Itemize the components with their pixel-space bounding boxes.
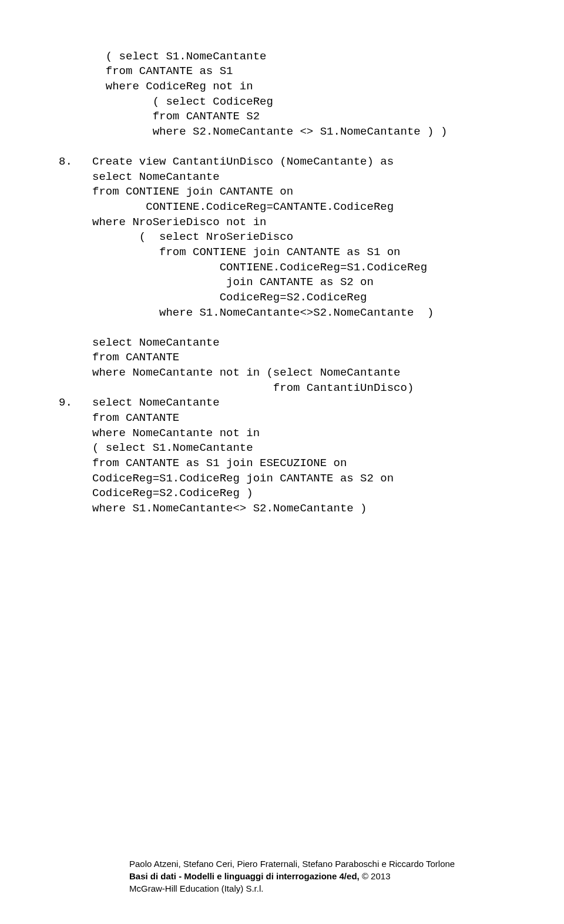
code-line: from CANTANTE: [59, 411, 179, 424]
code-line: ( select S1.NomeCantante: [59, 50, 266, 63]
footer-authors: Paolo Atzeni, Stefano Ceri, Piero Frater…: [129, 858, 455, 870]
footer-title-line: Basi di dati - Modelli e linguaggi di in…: [129, 870, 455, 882]
code-line: from CONTIENE join CANTANTE as S1 on: [59, 246, 401, 259]
code-line: select NomeCantante: [59, 170, 220, 183]
code-line: where NomeCantante not in: [59, 427, 260, 440]
code-line: select NomeCantante: [59, 336, 220, 349]
footer-title: Basi di dati - Modelli e linguaggi di in…: [129, 871, 360, 881]
code-line: where S1.NomeCantante<> S2.NomeCantante …: [59, 502, 367, 515]
code-line: from CONTIENE join CANTANTE on: [59, 185, 293, 198]
code-line: CodiceReg=S2.CodiceReg: [59, 291, 367, 304]
code-line: ( select S1.NomeCantante: [59, 441, 253, 454]
code-line: 8. Create view CantantiUnDisco (NomeCant…: [59, 155, 394, 168]
code-line: ( select NroSerieDisco: [59, 230, 293, 243]
code-line: CodiceReg=S1.CodiceReg join CANTANTE as …: [59, 472, 394, 485]
code-line: CONTIENE.CodiceReg=CANTANTE.CodiceReg: [59, 200, 394, 213]
code-line: where NomeCantante not in (select NomeCa…: [59, 366, 401, 379]
code-line: from CANTANTE: [59, 351, 179, 364]
footer-publisher: McGraw-Hill Education (Italy) S.r.l.: [129, 882, 455, 895]
code-line: 9. select NomeCantante: [59, 396, 220, 409]
code-line: from CANTANTE S2: [59, 110, 260, 123]
code-line: where S2.NomeCantante <> S1.NomeCantante…: [59, 125, 447, 138]
code-line: CodiceReg=S2.CodiceReg ): [59, 487, 253, 500]
footer-year: © 2013: [360, 871, 391, 881]
code-line: ( select CodiceReg: [59, 95, 273, 108]
code-line: from CANTANTE as S1 join ESECUZIONE on: [59, 457, 347, 470]
code-line: join CANTANTE as S2 on: [59, 276, 374, 289]
code-line: where CodiceReg not in: [59, 80, 253, 93]
code-line: CONTIENE.CodiceReg=S1.CodiceReg: [59, 261, 427, 274]
code-line: where S1.NomeCantante<>S2.NomeCantante ): [59, 306, 434, 319]
document-body: ( select S1.NomeCantante from CANTANTE a…: [0, 34, 564, 517]
footer: Paolo Atzeni, Stefano Ceri, Piero Frater…: [129, 858, 455, 895]
code-line: from CantantiUnDisco): [59, 381, 414, 394]
code-line: where NroSerieDisco not in: [59, 216, 266, 229]
code-line: from CANTANTE as S1: [59, 65, 233, 78]
